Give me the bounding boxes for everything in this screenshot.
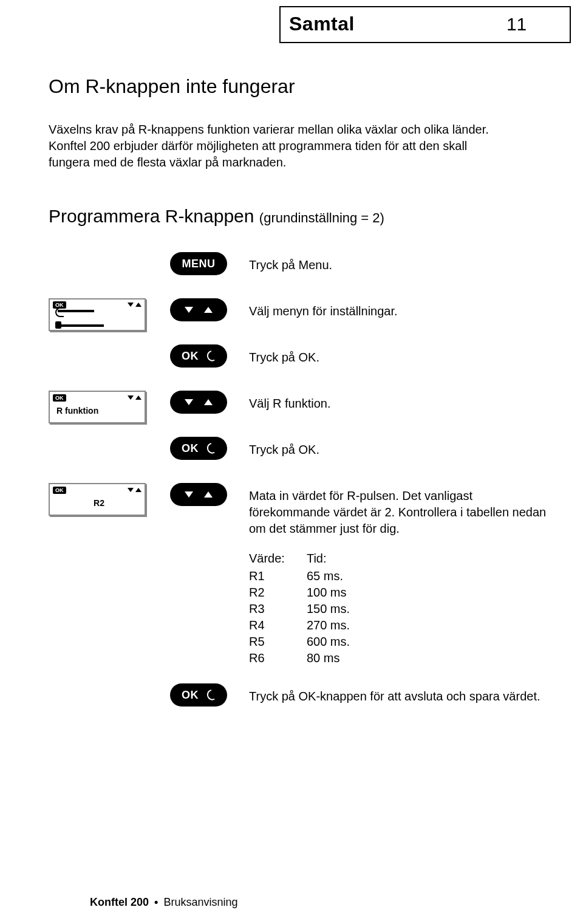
step-text: Välj R funktion. <box>249 391 547 412</box>
lcd-screen-r2: OK R2 <box>49 483 146 516</box>
time-head: Tid: <box>307 550 350 567</box>
table-cell: 150 ms. <box>307 601 350 617</box>
step-row: OK Tryck på OK. <box>49 437 547 470</box>
table-cell: R2 <box>249 584 285 601</box>
triangle-up-icon <box>135 488 141 492</box>
heading-program: Programmera R-knappen (grundinställning … <box>49 204 547 229</box>
menu-button: MENU <box>170 252 227 275</box>
footer-separator: • <box>154 896 158 908</box>
triangle-down-icon <box>185 491 193 498</box>
ok-button-label: OK <box>182 349 199 363</box>
phone-icon <box>206 351 216 361</box>
footer-doc: Bruksanvisning <box>163 896 237 908</box>
triangle-up-icon <box>204 399 213 405</box>
ok-button: OK <box>170 344 227 368</box>
step-row: OK Välj menyn för inställningar. <box>49 298 547 331</box>
step-row: OK R2 Mata in värdet för R-pulsen. Det v… <box>49 483 547 537</box>
section-title: Samtal <box>289 11 355 37</box>
step-text: Tryck på OK. <box>249 344 547 366</box>
page-footer: Konftel 200 • Bruksanvisning <box>90 895 237 909</box>
wrench-icon <box>55 310 104 320</box>
table-cell: 65 ms. <box>307 568 350 584</box>
step-text: Välj menyn för inställningar. <box>249 298 547 320</box>
step-row: OK Tryck på OK-knappen för att avsluta o… <box>49 683 547 716</box>
step-row: OK Tryck på OK. <box>49 344 547 377</box>
footer-product: Konftel 200 <box>90 896 149 908</box>
table-cell: R5 <box>249 634 285 650</box>
table-cell: R1 <box>249 568 285 584</box>
updown-button <box>170 298 227 321</box>
ok-button: OK <box>170 437 227 460</box>
triangle-up-icon <box>204 307 213 313</box>
value-column: Värde: R1 R2 R3 R4 R5 R6 <box>249 550 285 666</box>
table-cell: 100 ms <box>307 584 350 601</box>
heading-program-note: (grundinställning = 2) <box>259 210 384 225</box>
step-text: Tryck på OK. <box>249 437 547 458</box>
triangle-down-icon <box>128 488 134 492</box>
lcd-screen-settings: OK <box>49 298 146 331</box>
slider-icon <box>55 322 104 328</box>
step-row: MENU Tryck på Menu. <box>49 252 547 285</box>
step-text: Mata in värdet för R-pulsen. Det vanliga… <box>249 483 547 537</box>
triangle-down-icon <box>128 303 134 307</box>
triangle-down-icon <box>185 399 193 405</box>
menu-button-label: MENU <box>182 256 216 271</box>
table-cell: 270 ms. <box>307 617 350 634</box>
section-header-box: Samtal 11 <box>279 6 571 43</box>
phone-icon <box>206 443 216 453</box>
table-cell: R4 <box>249 617 285 634</box>
ok-button: OK <box>170 683 227 707</box>
table-cell: R6 <box>249 650 285 666</box>
updown-button <box>170 391 227 414</box>
lcd-ok-badge: OK <box>53 487 66 494</box>
phone-icon <box>206 690 216 700</box>
triangle-up-icon <box>135 395 141 400</box>
ok-button-label: OK <box>182 441 199 456</box>
table-cell: R3 <box>249 601 285 617</box>
heading-problem: Om R-knappen inte fungerar <box>49 74 547 100</box>
step-row: OK R funktion Välj R funktion. <box>49 391 547 423</box>
triangle-down-icon <box>128 395 134 400</box>
page-number: 11 <box>506 12 527 37</box>
lcd-text: R2 <box>53 495 141 513</box>
triangle-up-icon <box>135 303 141 307</box>
lcd-text: R funktion <box>53 402 141 420</box>
time-column: Tid: 65 ms. 100 ms 150 ms. 270 ms. 600 m… <box>307 550 350 666</box>
manual-page: Samtal 11 Om R-knappen inte fungerar Väx… <box>0 0 583 924</box>
lcd-screen-rfunktion: OK R funktion <box>49 391 146 423</box>
updown-button <box>170 483 227 506</box>
table-cell: 80 ms <box>307 650 350 666</box>
heading-program-main: Programmera R-knappen <box>49 206 254 226</box>
triangle-down-icon <box>185 307 193 313</box>
lcd-ok-badge: OK <box>53 394 66 402</box>
step-text: Tryck på Menu. <box>249 252 547 273</box>
value-head: Värde: <box>249 550 285 567</box>
triangle-up-icon <box>204 491 213 498</box>
step-text: Tryck på OK-knappen för att avsluta och … <box>249 683 547 705</box>
table-cell: 600 ms. <box>307 634 350 650</box>
intro-paragraph: Växelns krav på R-knappens funktion vari… <box>49 121 510 171</box>
ok-button-label: OK <box>182 688 199 702</box>
value-time-table: Värde: R1 R2 R3 R4 R5 R6 Tid: 65 ms. 100… <box>249 550 547 666</box>
